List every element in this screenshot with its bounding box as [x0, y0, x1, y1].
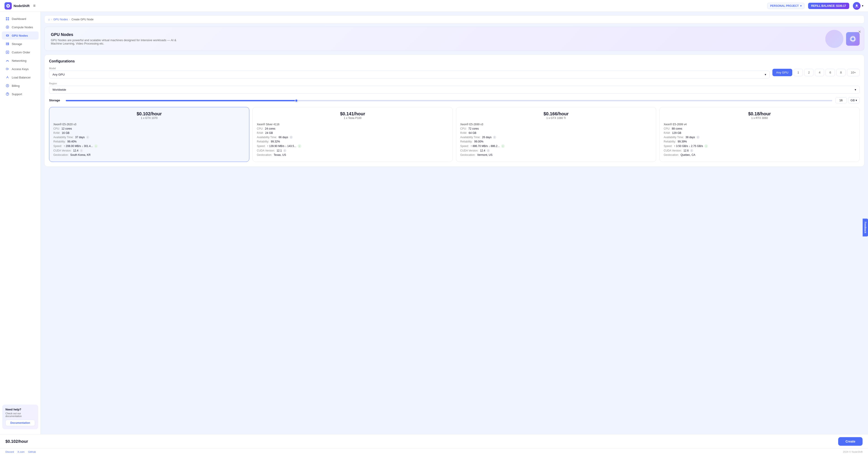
create-button[interactable]: Create [838, 437, 863, 446]
menu-icon[interactable]: ≡ [33, 3, 36, 8]
storage-unit-select[interactable]: GB ▾ [848, 97, 860, 103]
storage-nav-icon [5, 42, 9, 46]
avatar[interactable] [853, 2, 861, 10]
gpu-cpu-cores-0: CPU: 12 cores [53, 127, 245, 130]
gpu-avail-3: Availability Time: 38 days i [664, 136, 855, 139]
quantity-pill-8[interactable]: 8 [836, 69, 846, 76]
refill-balance-button[interactable]: REFILL BALANCE: $100.17 [808, 3, 849, 9]
footer-link-discord[interactable]: Discord [5, 451, 14, 453]
help-subtitle: Check out our documentation [5, 412, 35, 418]
gpu-speed-2: Speed: ↑ 886.70 MB/s ↓ 886.2... ↕ [460, 144, 652, 148]
quantity-pills: Any GPU1246810+ [772, 69, 860, 77]
avail-info-icon-2[interactable]: i [493, 136, 496, 139]
storage-value-input[interactable] [835, 97, 847, 103]
breadcrumb: ⌂ › GPU Nodes › Create GPU Node [44, 16, 864, 24]
sidebar-item-networking[interactable]: Networking [2, 57, 39, 65]
sidebar-item-label-custom-order: Custom Order [12, 51, 30, 54]
breadcrumb-create-gpu-node: Create GPU Node [71, 18, 93, 21]
sidebar-item-label-billing: Billing [12, 84, 20, 88]
gpu-cpu-cores-1: CPU: 24 cores [257, 127, 448, 130]
footer-link-x.com[interactable]: X.com [18, 451, 24, 453]
gpu-model-3: 1 x RTX 3060 [664, 117, 855, 120]
svg-rect-18 [851, 37, 854, 40]
speed-icon-2[interactable]: ↕ [501, 144, 505, 148]
sidebar-item-support[interactable]: Support [2, 90, 39, 98]
feedback-tab[interactable]: Feedback [863, 219, 868, 237]
gpu-reliability-0: Reliability: 99.40% [53, 140, 245, 143]
gpu-geo-2: Geolocation: Vermont, US [460, 153, 652, 156]
gpu-ram-3: RAM: 129 GB [664, 131, 855, 134]
cuda-info-icon-3[interactable]: i [690, 149, 693, 152]
quantity-pill-2[interactable]: 2 [804, 69, 813, 76]
quantity-pill-1[interactable]: 1 [794, 69, 803, 76]
model-value: Any GPU [53, 73, 65, 76]
sidebar-item-gpu-nodes[interactable]: GPU Nodes [2, 31, 39, 39]
help-box: Need help? Check out our documentation D… [2, 404, 38, 429]
avail-info-icon-1[interactable]: i [289, 136, 293, 139]
gpu-cpu-cores-3: CPU: 88 cores [664, 127, 855, 130]
config-section: Configurations Model Any GPU ▾ Any GPU12… [44, 55, 864, 167]
svg-point-1 [856, 4, 858, 6]
svg-rect-5 [8, 19, 9, 20]
gpu-card-2[interactable]: $0.166/hour 1 x GTX 1080 Ti Xeon® E5-269… [456, 107, 656, 162]
avail-info-icon-0[interactable]: i [86, 136, 89, 139]
region-dropdown-icon: ▾ [855, 88, 856, 91]
sidebar-item-access-keys[interactable]: Access Keys [2, 65, 39, 73]
gpu-cpu-label-2: Xeon® E5-2699 v3 [460, 123, 652, 126]
speed-icon-0[interactable]: ↕ [94, 144, 98, 148]
region-select[interactable]: Worldwide ▾ [49, 86, 860, 94]
gpu-geo-1: Geolocation: Texas, US [257, 153, 448, 156]
documentation-button[interactable]: Documentation [5, 420, 35, 426]
speed-icon-3[interactable]: ↕ [704, 144, 708, 148]
gpu-card-3[interactable]: $0.18/hour 1 x RTX 3060 Xeon® E5-2699 v4… [659, 107, 860, 162]
quantity-pill-4[interactable]: 4 [815, 69, 824, 76]
gpu-price-3: $0.18/hour [664, 111, 855, 117]
banner-decoration [825, 30, 860, 48]
sidebar-item-load-balancer[interactable]: Load Balancer [2, 73, 39, 82]
sidebar-item-storage[interactable]: Storage [2, 40, 39, 48]
svg-rect-27 [854, 36, 854, 37]
cuda-info-icon-1[interactable]: i [283, 149, 286, 152]
load-balancer-nav-icon [5, 75, 9, 80]
footer-copyright: 2024 © NodeShift [843, 451, 863, 453]
gpu-reliability-2: Reliability: 99.00% [460, 140, 652, 143]
svg-rect-19 [850, 38, 850, 38]
gpu-ram-2: RAM: 64 GB [460, 131, 652, 134]
gpu-speed-1: Speed: ↑ 139.90 MB/s ↓ 143.5... ↕ [257, 144, 448, 148]
cuda-info-icon-0[interactable]: i [80, 149, 83, 152]
logo-icon [4, 2, 12, 9]
speed-icon-1[interactable]: ↕ [298, 144, 301, 148]
storage-slider[interactable] [66, 100, 832, 101]
quantity-pill-6[interactable]: 6 [826, 69, 835, 76]
avail-info-icon-3[interactable]: i [696, 136, 700, 139]
model-select[interactable]: Any GPU ▾ [49, 70, 770, 79]
storage-value-wrapper: GB ▾ [835, 97, 860, 103]
breadcrumb-gpu-nodes[interactable]: GPU Nodes [53, 18, 68, 21]
quantity-pill-Any GPU[interactable]: Any GPU [772, 69, 792, 76]
custom-order-nav-icon [5, 50, 9, 54]
sidebar-item-custom-order[interactable]: Custom Order [2, 48, 39, 56]
sidebar-item-billing[interactable]: Billing [2, 82, 39, 90]
sidebar-item-label-gpu-nodes: GPU Nodes [12, 34, 28, 37]
model-dropdown-icon: ▾ [765, 73, 766, 76]
deco-circle [825, 30, 843, 48]
cuda-info-icon-2[interactable]: i [487, 149, 490, 152]
project-selector[interactable]: PERSONAL PROJECT ▾ [767, 3, 804, 9]
footer-link-github[interactable]: GitHub [28, 451, 36, 453]
gpu-cuda-1: CUDA Version: 12.1 i [257, 149, 448, 152]
sidebar-item-compute-nodes[interactable]: Compute Nodes [2, 23, 39, 31]
gpu-avail-0: Availability Time: 37 days i [53, 136, 245, 139]
sidebar-item-label-access-keys: Access Keys [12, 67, 29, 71]
footer-links: DiscordX.comGitHub [5, 451, 36, 453]
user-menu[interactable]: ▾ [853, 2, 864, 10]
gpu-geo-0: Geolocation: South Korea, KR [53, 153, 245, 156]
help-title: Need help? [5, 408, 35, 411]
gpu-card-0[interactable]: $0.102/hour 1 x GTX 1070 Xeon® E5-2620 v… [49, 107, 249, 162]
main-content: ⌂ › GPU Nodes › Create GPU Node GPU Node… [41, 12, 868, 434]
sidebar-item-dashboard[interactable]: Dashboard [2, 15, 39, 23]
gpu-card-1[interactable]: $0.141/hour 1 x Tesla P100 Xeon® Silver … [252, 107, 453, 162]
quantity-pill-10plus[interactable]: 10+ [847, 69, 860, 76]
home-icon[interactable]: ⌂ [48, 18, 50, 21]
gpu-specs-0: Xeon® E5-2620 v3 CPU: 12 cores RAM: 16 G… [53, 123, 245, 156]
svg-point-14 [6, 68, 8, 70]
